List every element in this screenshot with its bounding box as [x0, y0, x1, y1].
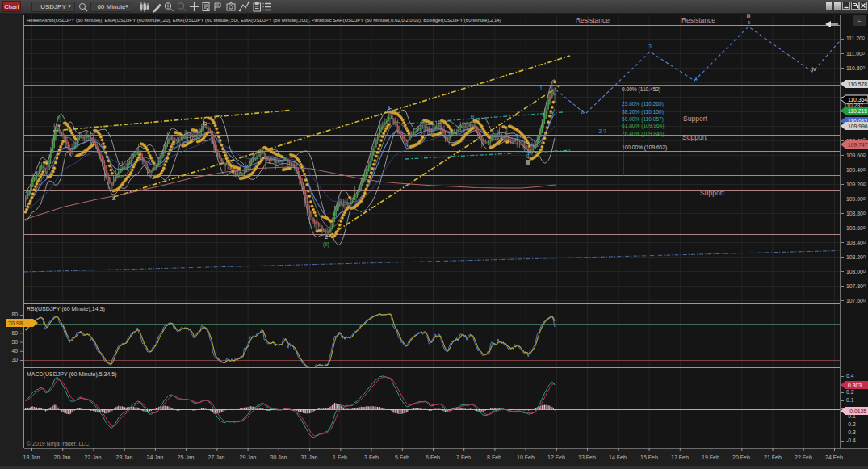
svg-text:109.000: 109.000 — [846, 196, 866, 203]
svg-text:Support: Support — [683, 115, 707, 123]
svg-text:iv: iv — [811, 66, 816, 72]
svg-text:a: a — [112, 195, 116, 202]
svg-text:4: 4 — [694, 76, 698, 82]
svg-text:14 Feb: 14 Feb — [609, 454, 627, 460]
svg-text:22 Jan: 22 Jan — [84, 454, 101, 460]
svg-text:18 Jan: 18 Jan — [23, 454, 40, 460]
svg-text:(i): (i) — [57, 115, 61, 122]
svg-text:60: 60 — [11, 330, 18, 336]
svg-text:38.20% (110.150): 38.20% (110.150) — [622, 109, 664, 115]
svg-text:-0.3: -0.3 — [846, 429, 856, 435]
svg-text:-0.2: -0.2 — [846, 421, 856, 427]
svg-text:iii: iii — [747, 13, 751, 19]
svg-text:30 Jan: 30 Jan — [270, 454, 287, 460]
svg-text:0.4: 0.4 — [846, 373, 854, 379]
svg-text:8 Feb: 8 Feb — [487, 454, 501, 460]
svg-text:23 Jan: 23 Jan — [115, 454, 132, 460]
svg-text:19 Feb: 19 Feb — [702, 454, 719, 460]
svg-text:24 Jan: 24 Jan — [146, 454, 163, 460]
svg-text:3 Feb: 3 Feb — [364, 454, 379, 460]
svg-text:1: 1 — [539, 86, 543, 91]
svg-text:27 Jan: 27 Jan — [208, 454, 224, 460]
svg-text:109.600: 109.600 — [846, 153, 866, 159]
svg-text:109.400: 109.400 — [846, 167, 866, 174]
svg-text:A: A — [405, 142, 409, 148]
svg-text:25 Jan: 25 Jan — [177, 454, 194, 460]
svg-text:Support: Support — [700, 189, 724, 197]
svg-text:22 Feb: 22 Feb — [795, 454, 812, 460]
svg-text:40: 40 — [11, 348, 18, 354]
svg-text:76.40% (109.846): 76.40% (109.846) — [622, 131, 664, 137]
svg-text:(ii): (ii) — [323, 241, 329, 248]
svg-text:RSI(USDJPY (60 Minute),14,3): RSI(USDJPY (60 Minute),14,3) — [27, 306, 105, 312]
svg-text:108.200: 108.200 — [846, 254, 866, 261]
svg-text:2 ?: 2 ? — [598, 128, 606, 134]
svg-text:Resistance: Resistance — [576, 16, 610, 24]
svg-text:23.60% (110.265): 23.60% (110.265) — [622, 101, 664, 107]
svg-text:109.747: 109.747 — [848, 142, 868, 148]
svg-text:110.215: 110.215 — [848, 108, 867, 114]
svg-text:111.200: 111.200 — [846, 36, 865, 42]
svg-text:10 Feb: 10 Feb — [517, 454, 535, 460]
svg-text:2: 2 — [581, 109, 584, 115]
svg-text:13 Feb: 13 Feb — [578, 454, 596, 460]
svg-text:80: 80 — [11, 312, 18, 317]
svg-text:b: b — [203, 119, 208, 127]
svg-text:7 Feb: 7 Feb — [456, 454, 471, 460]
svg-text:B: B — [471, 114, 475, 119]
svg-text:0.1: 0.1 — [846, 397, 854, 403]
svg-text:29 Jan: 29 Jan — [239, 454, 256, 460]
svg-text:HeikenAshi8(USDJPY (60 Minute): HeikenAshi8(USDJPY (60 Minute)), EMA(USD… — [27, 18, 501, 23]
svg-text:108.800: 108.800 — [846, 211, 866, 217]
svg-text:0.00% (110.452): 0.00% (110.452) — [622, 86, 660, 93]
svg-text:108.600: 108.600 — [846, 225, 866, 232]
svg-text:109.200: 109.200 — [846, 182, 866, 188]
svg-text:20 Feb: 20 Feb — [732, 454, 750, 460]
svg-text:0.2: 0.2 — [846, 389, 854, 395]
svg-text:50.00% (110.057): 50.00% (110.057) — [622, 116, 664, 123]
svg-text:108.000: 108.000 — [846, 269, 866, 275]
svg-text:100.00% (109.662): 100.00% (109.662) — [622, 144, 667, 151]
svg-text:31 Jan: 31 Jan — [300, 454, 317, 460]
svg-text:© 2019 NinjaTrader, LLC: © 2019 NinjaTrader, LLC — [27, 441, 89, 447]
svg-text:3: 3 — [648, 44, 652, 49]
svg-text:17 Feb: 17 Feb — [671, 454, 689, 460]
svg-text:C: C — [526, 153, 530, 159]
svg-text:c: c — [325, 233, 328, 241]
svg-text:15 Feb: 15 Feb — [640, 454, 658, 460]
svg-text:24 Feb: 24 Feb — [825, 454, 843, 460]
svg-text:i: i — [388, 104, 390, 111]
svg-text:110.364: 110.364 — [848, 97, 867, 103]
svg-text:20 Jan: 20 Jan — [53, 454, 70, 460]
svg-text:-0.4: -0.4 — [846, 438, 856, 443]
svg-text:111.000: 111.000 — [846, 51, 865, 57]
svg-text:Resistance: Resistance — [681, 16, 715, 24]
svg-text:5 Feb: 5 Feb — [395, 454, 409, 460]
svg-text:MACD(USDJPY (60 Minute),5,34,5: MACD(USDJPY (60 Minute),5,34,5) — [27, 371, 117, 378]
svg-text:v: v — [57, 122, 61, 128]
svg-text:50: 50 — [11, 339, 18, 345]
svg-text:6 Feb: 6 Feb — [426, 454, 440, 460]
svg-text:1 Feb: 1 Feb — [333, 454, 347, 460]
svg-text:-0.0135: -0.0135 — [848, 408, 866, 414]
svg-text:70.98: 70.98 — [8, 320, 23, 327]
svg-text:107.600: 107.600 — [846, 298, 866, 304]
svg-text:110.800: 110.800 — [846, 65, 865, 72]
svg-text:0.303: 0.303 — [848, 383, 862, 388]
svg-text:110.578: 110.578 — [848, 82, 867, 87]
svg-text:5: 5 — [748, 20, 751, 25]
svg-text:107.800: 107.800 — [846, 283, 866, 290]
svg-text:12 Feb: 12 Feb — [547, 454, 565, 460]
svg-text:F: F — [857, 17, 862, 25]
svg-text:109.996: 109.996 — [848, 124, 868, 129]
svg-text:30: 30 — [11, 357, 18, 362]
svg-text:Support: Support — [682, 133, 707, 141]
svg-text:61.80% (109.964): 61.80% (109.964) — [622, 123, 664, 129]
svg-text:108.400: 108.400 — [846, 240, 866, 246]
svg-text:21 Feb: 21 Feb — [764, 454, 782, 460]
